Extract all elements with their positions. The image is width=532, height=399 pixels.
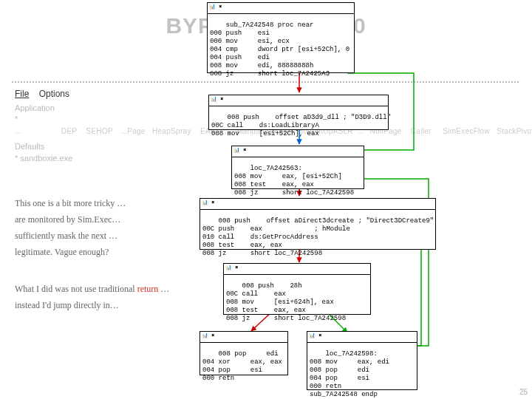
asm-proc-head: sub_7A242548 proc near xyxy=(226,21,314,29)
asm-line: 004 pop esi xyxy=(202,366,262,374)
slide-stage: BYPASS … ET 4.0 File Options Application… xyxy=(0,0,532,399)
asm-line: 000 retn xyxy=(202,375,234,382)
asm-loc-head: loc_7A242598: xyxy=(326,350,378,358)
asm-line: 008 mov eax, [esi+52Ch] xyxy=(234,173,342,180)
asm-line: 008 jz short loc_7A242598 xyxy=(234,189,354,197)
asm-line: 004 xor eax, eax xyxy=(202,358,282,366)
asm-line: 008 test eax, eax xyxy=(202,242,282,249)
asm-block-retn-ok[interactable]: 008 pop edi 004 xor eax, eax 004 pop esi… xyxy=(200,340,288,375)
asm-line: 004 cmp dword ptr [esi+52Ch], 0 xyxy=(210,46,349,53)
window-bar-icon xyxy=(208,95,389,106)
asm-line: 004 push edi xyxy=(210,54,270,61)
asm-line: 008 push 28h xyxy=(242,282,302,290)
asm-line: 008 mov [esi+624h], eax xyxy=(226,299,334,306)
asm-line: 008 jz short loc_7A242598 xyxy=(202,250,322,257)
asm-line: 00C call eax xyxy=(226,290,286,298)
asm-line: 010 call ds:GetProcAddress xyxy=(202,233,318,241)
asm-block-getprocaddr[interactable]: 008 push offset aDirect3dcreate ; "Direc… xyxy=(200,207,436,250)
asm-line: 008 jz short loc_7A2425A3 xyxy=(210,70,330,78)
asm-block-loc563[interactable]: loc_7A242563: 008 mov eax, [esi+52Ch] 00… xyxy=(231,154,364,189)
asm-line: 008 pop edi xyxy=(310,366,369,374)
asm-line: 008 jz short loc_7A242598 xyxy=(226,315,346,322)
asm-line: 008 pop edi xyxy=(219,350,279,358)
asm-line: 008 push offset aDirect3dcreate ; "Direc… xyxy=(219,217,434,225)
asm-line: 000 retn xyxy=(310,383,341,390)
asm-block-call-eax[interactable]: 008 push 28h 00C call eax 008 mov [esi+6… xyxy=(223,272,371,315)
asm-block-proc[interactable]: sub_7A242548 proc near 000 push esi 000 … xyxy=(207,11,355,73)
asm-line: 008 mov [esi+52Ch], eax xyxy=(211,130,319,137)
asm-line: sub_7A242548 endp xyxy=(310,391,378,398)
asm-line: 00C push eax ; hModule xyxy=(202,225,350,233)
asm-line: 008 test eax, eax xyxy=(234,181,314,188)
asm-line: 008 mov eax, edi xyxy=(310,358,389,366)
asm-line: 008 test eax, eax xyxy=(226,307,306,314)
window-bar-icon xyxy=(231,146,364,157)
asm-block-loc598[interactable]: loc_7A242598: 008 mov eax, edi 008 pop e… xyxy=(307,340,417,390)
window-bar-icon xyxy=(207,2,355,14)
window-bar-icon xyxy=(200,198,436,210)
slide-number: 25 xyxy=(519,388,528,396)
asm-block-loadlib[interactable]: 008 push offset aD3d9_dll ; "D3D9.dll" 0… xyxy=(208,103,389,130)
window-bar-icon xyxy=(223,263,371,275)
window-bar-icon xyxy=(200,331,288,343)
asm-line: 004 pop esi xyxy=(310,375,369,382)
asm-line: 000 push esi xyxy=(210,30,270,37)
asm-line: 00C call ds:LoadLibraryA xyxy=(211,122,319,129)
window-bar-icon xyxy=(307,331,417,343)
asm-line: 000 mov esi, ecx xyxy=(210,38,290,45)
asm-loc-head: loc_7A242563: xyxy=(250,165,302,172)
asm-line: 008 push offset aD3d9_dll ; "D3D9.dll" xyxy=(228,114,391,121)
asm-line: 008 mov edi, 88888888h xyxy=(210,62,313,69)
